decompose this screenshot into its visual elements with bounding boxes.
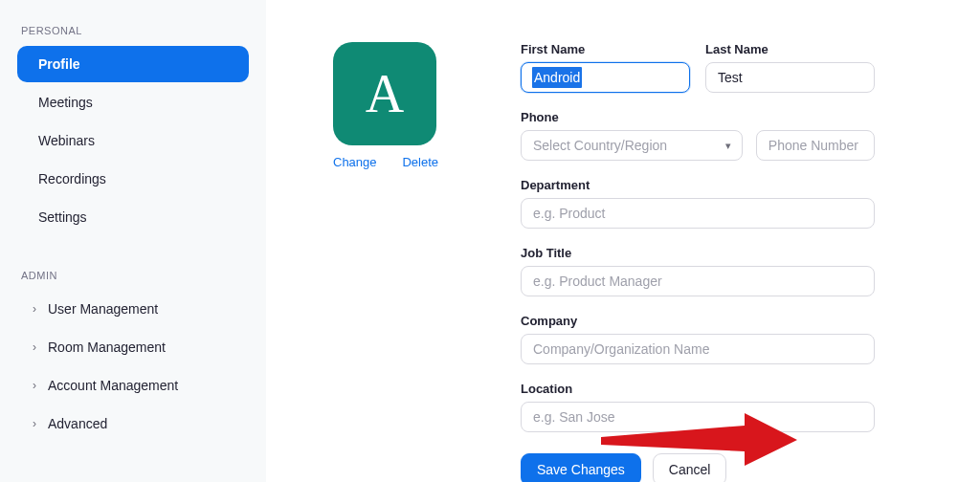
chevron-right-icon: › xyxy=(33,379,42,392)
avatar-letter: A xyxy=(366,63,404,124)
avatar[interactable]: A xyxy=(333,42,436,145)
sidebar-item-recordings[interactable]: Recordings xyxy=(17,161,249,197)
profile-form: First Name Android Last Name Phone ▾ xyxy=(521,42,875,482)
department-input[interactable] xyxy=(521,198,875,229)
cancel-button[interactable]: Cancel xyxy=(653,453,727,482)
sidebar-section-admin: ADMIN xyxy=(21,270,249,281)
company-label: Company xyxy=(521,314,875,328)
phone-label: Phone xyxy=(521,110,875,124)
phone-number-input[interactable] xyxy=(756,130,875,161)
sidebar-item-profile[interactable]: Profile xyxy=(17,46,249,82)
avatar-column: A Change Delete xyxy=(333,42,438,482)
sidebar-item-user-management[interactable]: ›User Management xyxy=(17,291,249,327)
avatar-delete-link[interactable]: Delete xyxy=(402,155,438,169)
sidebar-item-label: Room Management xyxy=(48,340,166,355)
job-title-input[interactable] xyxy=(521,266,875,296)
sidebar: PERSONAL Profile Meetings Webinars Recor… xyxy=(0,0,266,482)
first-name-label: First Name xyxy=(521,42,690,56)
main-content: A Change Delete First Name Android Last … xyxy=(266,0,980,482)
sidebar-item-settings[interactable]: Settings xyxy=(17,199,249,235)
sidebar-item-webinars[interactable]: Webinars xyxy=(17,122,249,159)
location-input[interactable] xyxy=(521,402,875,432)
phone-country-select[interactable] xyxy=(521,130,743,161)
location-label: Location xyxy=(521,382,875,396)
sidebar-item-room-management[interactable]: ›Room Management xyxy=(17,329,249,365)
sidebar-item-label: Advanced xyxy=(48,416,107,431)
first-name-input[interactable] xyxy=(521,62,690,93)
chevron-right-icon: › xyxy=(33,417,42,430)
last-name-label: Last Name xyxy=(705,42,875,56)
save-changes-button[interactable]: Save Changes xyxy=(521,453,641,482)
last-name-input[interactable] xyxy=(705,62,875,93)
sidebar-item-account-management[interactable]: ›Account Management xyxy=(17,367,249,404)
sidebar-item-label: Account Management xyxy=(48,378,178,393)
job-title-label: Job Title xyxy=(521,246,875,260)
company-input[interactable] xyxy=(521,334,875,364)
sidebar-item-advanced[interactable]: ›Advanced xyxy=(17,405,249,442)
chevron-right-icon: › xyxy=(33,302,42,316)
avatar-change-link[interactable]: Change xyxy=(333,155,377,169)
department-label: Department xyxy=(521,178,875,192)
chevron-right-icon: › xyxy=(33,340,42,354)
sidebar-item-label: User Management xyxy=(48,301,158,317)
sidebar-item-meetings[interactable]: Meetings xyxy=(17,84,249,120)
sidebar-section-personal: PERSONAL xyxy=(21,25,249,36)
